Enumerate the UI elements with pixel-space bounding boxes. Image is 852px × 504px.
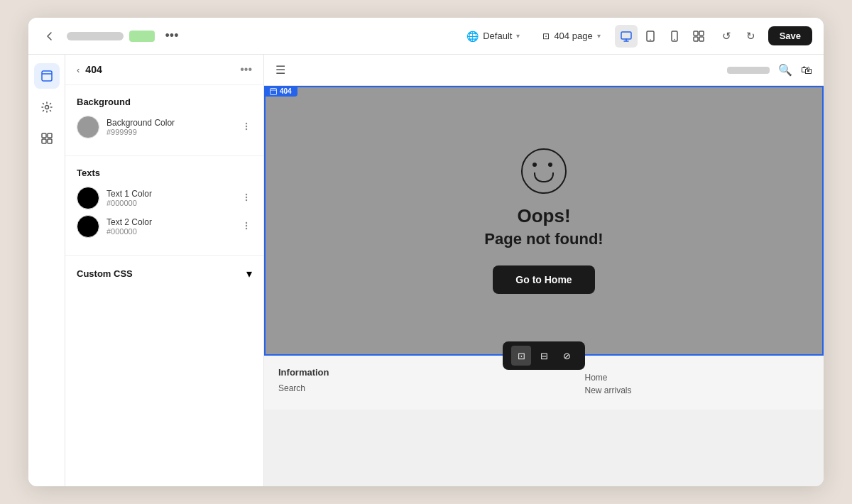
canvas-content: 404 Oops! Page not found! Go to Home ⊡ ⊟… [264,86,824,486]
svg-rect-14 [42,139,46,143]
default-label: Default [483,31,512,41]
svg-rect-9 [42,71,52,81]
svg-point-22 [246,221,247,223]
footer-col-information-title: Information [278,367,329,378]
save-button[interactable]: Save [768,26,812,45]
preview-bar: ☰ 🔍 🛍 [264,55,824,86]
text2-color-label: Text 2 Color [106,217,234,227]
svg-point-24 [246,227,247,229]
footer-link-new-arrivals[interactable]: New arrivals [585,385,632,395]
texts-section: Texts Text 1 Color #000000 [65,156,263,256]
svg-point-20 [246,196,247,197]
svg-point-18 [246,128,247,129]
undo-button[interactable]: ↺ [716,25,738,48]
text2-color-value: #000000 [106,227,234,236]
brand-name-placeholder [67,32,124,40]
background-section-title: Background [77,97,252,107]
svg-point-21 [246,199,247,200]
svg-rect-15 [48,139,52,143]
svg-rect-12 [42,133,46,138]
float-tool-delete[interactable]: ⊘ [557,346,577,366]
panel-back-button[interactable]: ‹ [77,65,80,75]
go-home-button[interactable]: Go to Home [493,265,594,294]
undo-redo-group: ↺ ↻ [716,25,763,48]
text1-color-value: #000000 [106,199,234,207]
section-badge: 404 [264,86,297,97]
globe-icon: 🌐 [466,31,479,42]
footer-section: ⊡ ⊟ ⊘ Information Search Home New arriva… [264,356,824,410]
top-bar-right: ↺ ↻ Save [615,25,812,48]
panel-header: ‹ 404 ••• [65,55,263,85]
page-label: 404 page [554,31,592,41]
background-color-info: Background Color #999999 [106,118,234,136]
footer-link-search[interactable]: Search [278,383,329,393]
more-view-button[interactable] [687,25,710,48]
view-mode-icons [615,25,710,48]
brand-area [67,31,155,42]
svg-rect-5 [694,31,698,35]
bag-icon[interactable]: 🛍 [801,64,812,77]
background-color-swatch[interactable] [77,116,99,138]
page-dropdown[interactable]: ⊡ 404 page ▾ [537,28,606,44]
footer-link-home[interactable]: Home [585,373,632,383]
text2-color-action[interactable] [241,220,252,234]
text2-color-row: Text 2 Color #000000 [77,215,252,238]
footer-col-information: Information Search [278,367,329,398]
float-tool-2[interactable]: ⊟ [534,346,554,366]
redo-button[interactable]: ↻ [740,25,763,48]
svg-point-11 [45,106,48,109]
svg-point-16 [246,122,247,124]
left-panel: ‹ 404 ••• Background Background Color #9… [65,55,264,486]
text1-color-row: Text 1 Color #000000 [77,187,252,209]
svg-rect-25 [271,88,277,94]
svg-point-23 [246,224,247,226]
custom-css-chevron-icon: ▾ [246,267,252,280]
app-window: ••• 🌐 Default ▾ ⊡ 404 page ▾ [28,18,824,486]
components-button[interactable] [34,126,60,151]
preview-logo [727,67,770,74]
text1-color-action[interactable] [241,192,252,205]
svg-rect-7 [694,37,698,41]
panel-title: 404 [85,64,234,75]
oops-title: Oops! [517,205,570,227]
svg-rect-8 [699,37,704,41]
background-color-action[interactable] [241,121,252,134]
svg-rect-0 [621,32,631,39]
top-bar-center: 🌐 Default ▾ ⊡ 404 page ▾ [461,28,606,45]
text2-color-swatch[interactable] [77,215,99,238]
top-bar: ••• 🌐 Default ▾ ⊡ 404 page ▾ [28,18,824,55]
texts-section-title: Texts [77,168,252,178]
canvas-area: ☰ 🔍 🛍 404 [264,55,824,486]
settings-button[interactable] [34,94,60,120]
panel-more-button[interactable]: ••• [240,63,252,76]
brand-badge [129,31,155,42]
float-tool-1[interactable]: ⊡ [511,346,531,366]
layers-button[interactable] [34,63,60,89]
background-section: Background Background Color #999999 [65,85,263,156]
background-color-value: #999999 [106,128,234,136]
language-dropdown[interactable]: 🌐 Default ▾ [461,28,525,45]
svg-point-4 [674,38,675,40]
tablet-view-button[interactable] [639,25,662,48]
top-bar-left: ••• [40,26,452,46]
svg-rect-6 [699,31,704,35]
back-button[interactable] [40,26,60,46]
preview-nav-icons: 🔍 🛍 [778,63,812,77]
mobile-view-button[interactable] [663,25,686,48]
not-found-text: Page not found! [484,230,603,248]
svg-point-2 [650,39,651,40]
main-area: ‹ 404 ••• Background Background Color #9… [28,55,824,486]
text1-color-info: Text 1 Color #000000 [106,189,234,207]
search-icon[interactable]: 🔍 [778,63,792,77]
custom-css-section[interactable]: Custom CSS ▾ [65,256,263,292]
more-options-button[interactable]: ••• [162,26,182,46]
background-color-row: Background Color #999999 [77,116,252,138]
text1-color-swatch[interactable] [77,187,99,209]
404-section[interactable]: 404 Oops! Page not found! Go to Home [264,86,824,356]
chevron-down-icon: ▾ [516,32,520,40]
text1-color-label: Text 1 Color [106,189,234,199]
desktop-view-button[interactable] [615,25,638,48]
chevron-down-page-icon: ▾ [597,32,601,40]
hamburger-icon: ☰ [275,63,285,77]
svg-point-17 [246,125,247,126]
